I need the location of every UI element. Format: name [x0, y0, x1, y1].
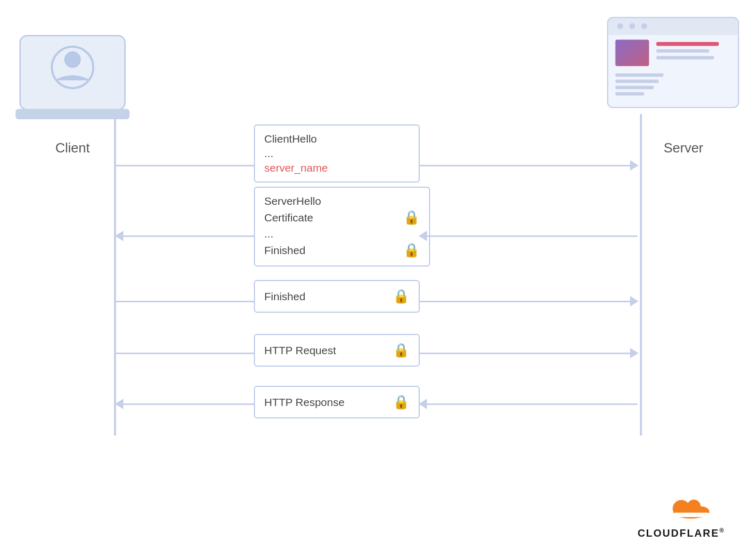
- svg-rect-8: [608, 30, 738, 35]
- lock-icon-server-finished: 🔒: [403, 242, 420, 258]
- msg-box-http-response: HTTP Response 🔒: [254, 386, 420, 418]
- msg-box-client-hello: ClientHello ... server_name: [254, 124, 420, 183]
- client-hello-server-name: server_name: [264, 162, 409, 174]
- msg-box-finished: Finished 🔒: [254, 280, 420, 313]
- msg-box-server-hello: ServerHello Certificate 🔒 ... Finished 🔒: [254, 187, 430, 267]
- lock-icon-certificate: 🔒: [403, 209, 420, 226]
- svg-rect-17: [616, 79, 659, 82]
- server-hello-finished: Finished: [264, 244, 305, 257]
- http-request-row: HTTP Request 🔒: [264, 342, 409, 358]
- client-hello-ellipsis: ...: [264, 147, 409, 160]
- svg-rect-16: [616, 73, 664, 76]
- http-response-label: HTTP Response: [264, 396, 345, 409]
- svg-rect-2: [16, 109, 130, 119]
- svg-point-26: [705, 513, 710, 517]
- svg-rect-13: [657, 42, 719, 46]
- http-response-row: HTTP Response 🔒: [264, 394, 409, 410]
- svg-rect-24: [674, 513, 709, 517]
- server-hello-row1: ServerHello: [264, 195, 420, 207]
- server-hello-row4: Finished 🔒: [264, 242, 420, 258]
- svg-point-4: [64, 51, 81, 68]
- http-request-label: HTTP Request: [264, 344, 336, 357]
- cloudflare-logo: CLOUDFLARE®: [637, 492, 725, 539]
- client-hello-line1: ClientHello: [264, 133, 409, 145]
- arrow-http-response-left2: [420, 403, 637, 405]
- vertical-line-client: [114, 114, 116, 436]
- client-icon: [16, 26, 130, 130]
- server-label: Server: [642, 140, 725, 156]
- arrow-finished-right2: [420, 301, 637, 302]
- server-hello-row3: ...: [264, 228, 420, 240]
- svg-rect-14: [657, 49, 709, 52]
- server-hello-line2: Certificate: [264, 212, 313, 224]
- vertical-line-server: [640, 114, 642, 436]
- msg-box-http-request: HTTP Request 🔒: [254, 334, 420, 367]
- svg-rect-19: [616, 92, 645, 95]
- server-hello-line1: ServerHello: [264, 195, 321, 207]
- cloudflare-text: CLOUDFLARE®: [637, 527, 725, 539]
- lock-icon-finished: 🔒: [393, 288, 409, 304]
- server-hello-row2: Certificate 🔒: [264, 209, 420, 226]
- svg-rect-12: [616, 39, 649, 66]
- finished-label: Finished: [264, 290, 305, 303]
- svg-point-11: [641, 23, 647, 29]
- cloudflare-registered: ®: [719, 527, 725, 534]
- svg-point-9: [617, 23, 623, 29]
- server-hello-ellipsis: ...: [264, 228, 274, 240]
- arrow-server-hello-left: [420, 235, 637, 237]
- diagram-container: Client Server ClientHello ... server_nam…: [0, 0, 756, 560]
- svg-point-10: [630, 23, 635, 29]
- client-label: Client: [31, 140, 114, 156]
- lock-icon-http-response: 🔒: [393, 394, 409, 410]
- server-icon: [606, 16, 740, 119]
- arrow-client-hello-right: [420, 165, 637, 166]
- svg-rect-15: [657, 56, 714, 59]
- arrow-http-request-right2: [420, 353, 637, 354]
- svg-rect-18: [616, 86, 654, 89]
- lock-icon-http-request: 🔒: [393, 342, 409, 358]
- finished-row: Finished 🔒: [264, 288, 409, 304]
- svg-point-25: [674, 513, 678, 517]
